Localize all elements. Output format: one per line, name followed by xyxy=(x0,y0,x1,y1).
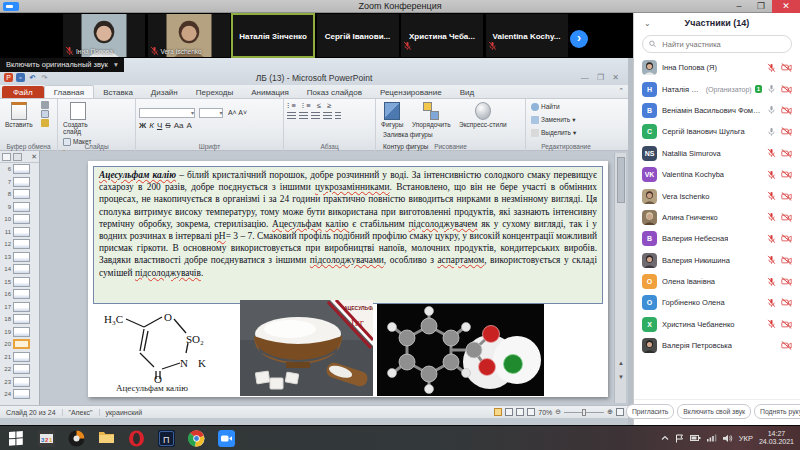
dark-app-icon[interactable]: П xyxy=(158,430,175,447)
slide-thumbnail-21[interactable]: 21 xyxy=(0,351,39,364)
participant-row-8[interactable]: Алина Гниченко xyxy=(634,207,800,228)
video-tile-1[interactable]: Інна Попова xyxy=(62,13,146,58)
search-input[interactable] xyxy=(660,39,785,50)
zoom-icon[interactable] xyxy=(218,430,235,447)
sorter-view-icon[interactable] xyxy=(505,408,513,416)
font-glyph-Ч[interactable]: Ч xyxy=(157,121,162,130)
chemical-structure-image[interactable]: H₃C O SO₂ N K O xyxy=(98,305,238,383)
participant-row-10[interactable]: Валерия Никишина xyxy=(634,250,800,271)
slide-thumbnail-15[interactable]: 15 xyxy=(0,276,39,289)
original-sound-caret-icon[interactable]: ▾ xyxy=(114,58,118,72)
chrome-icon[interactable] xyxy=(188,430,205,447)
font-style-buttons[interactable]: ЖКЧSAaA xyxy=(139,121,280,130)
ribbon-tab-рецензирование[interactable]: Рецензирование xyxy=(371,86,451,98)
font-glyph-S[interactable]: S xyxy=(165,121,170,130)
participant-row-12[interactable]: ОГорбіненко Олена xyxy=(634,292,800,313)
ribbon-tab-показ слайдов[interactable]: Показ слайдов xyxy=(298,86,371,98)
molecule-model-photo[interactable] xyxy=(377,304,544,396)
slides-tab-icon[interactable] xyxy=(2,153,11,161)
zoom-out-icon[interactable]: ⊖ xyxy=(555,408,561,416)
opera-icon[interactable] xyxy=(128,430,145,447)
slide-thumbnail-8[interactable]: 8 xyxy=(0,188,39,201)
participant-row-2[interactable]: ННаталія Зінче...(Организатор)1 xyxy=(634,78,800,99)
list-buttons[interactable]: ⁝≡ ⁝≡ ≤ ≥ xyxy=(287,101,372,110)
slide-thumbnail-7[interactable]: 7 xyxy=(0,176,39,189)
slideshow-view-icon[interactable] xyxy=(527,408,535,416)
participant-row-3[interactable]: ВВеніамін Васильович Фоменко xyxy=(634,100,800,121)
slide-thumbnail-24[interactable]: 24 xyxy=(0,388,39,401)
slide-thumbnail-14[interactable]: 14 xyxy=(0,263,39,276)
ppt-window-controls[interactable]: — ❐ ✕ xyxy=(581,73,622,82)
slide-thumbnail-12[interactable]: 12 xyxy=(0,238,39,251)
maximize-button[interactable]: ❐ xyxy=(752,0,770,13)
participant-row-13[interactable]: ХХристина Чебаненко xyxy=(634,314,800,335)
slide-thumbnail-6[interactable]: 6 xyxy=(0,163,39,176)
slide-scrollbar[interactable]: ▲ ▼ xyxy=(614,153,626,403)
next-page-arrow-button[interactable]: › xyxy=(570,30,588,48)
font-glyph-К[interactable]: К xyxy=(149,121,154,130)
ribbon-tab-вставка[interactable]: Вставка xyxy=(94,86,142,98)
normal-view-icon[interactable] xyxy=(494,408,502,416)
slide-thumbnail-16[interactable]: 16 xyxy=(0,288,39,301)
shape-fill-button[interactable]: Заливка фигуры xyxy=(381,129,425,140)
slide-thumbnail-17[interactable]: 17 xyxy=(0,301,39,314)
outline-tab-icon[interactable] xyxy=(13,153,22,161)
zoom-slider[interactable] xyxy=(564,412,604,413)
participant-row-7[interactable]: Vera Ischenko xyxy=(634,185,800,206)
video-tile-5[interactable]: Христина Чеба... xyxy=(400,13,484,58)
new-slide-button[interactable]: Создать слайд xyxy=(61,101,95,136)
ribbon-tab-файл[interactable]: Файл xyxy=(2,86,44,98)
participant-row-11[interactable]: ООлена Іванівна xyxy=(634,271,800,292)
replace-button[interactable]: Заменить ▾ xyxy=(531,114,576,125)
participant-row-5[interactable]: NSNataliia Simurova xyxy=(634,143,800,164)
cut-icon[interactable] xyxy=(41,101,49,109)
panel-collapse-icon[interactable]: ⌄ xyxy=(644,19,651,28)
slide-textbox[interactable]: Ацесульфам калію – білий кристалічний по… xyxy=(93,166,603,304)
ribbon-tab-вид[interactable]: Вид xyxy=(451,86,483,98)
arrange-button[interactable]: Упорядочить xyxy=(410,101,453,129)
video-tile-2[interactable]: Vera Ischenko xyxy=(147,13,231,58)
video-tile-4[interactable]: Сергій Іванови... xyxy=(316,13,400,58)
align-buttons[interactable] xyxy=(287,112,372,120)
network-icon[interactable] xyxy=(707,434,717,442)
slide-thumbnail-20[interactable]: 20 xyxy=(0,338,39,351)
quick-styles-button[interactable]: Экспресс-стили xyxy=(457,101,509,129)
participant-row-1[interactable]: Інна Попова (Я) xyxy=(634,57,800,78)
ribbon-collapse-icon[interactable]: ⌃ xyxy=(618,87,624,95)
slide-thumbnail-11[interactable]: 11 xyxy=(0,226,39,239)
footer-button-1[interactable]: Пригласить xyxy=(626,404,674,419)
participant-row-6[interactable]: VKValentina Kochyba xyxy=(634,164,800,185)
speaker-icon[interactable] xyxy=(723,434,733,443)
ribbon-tab-дизайн[interactable]: Дизайн xyxy=(142,86,187,98)
copy-icon[interactable] xyxy=(41,110,49,118)
shapes-button[interactable]: Фигуры xyxy=(379,101,405,129)
participant-row-9[interactable]: ВВалерия Небесная xyxy=(634,228,800,249)
font-glyph-Ж[interactable]: Ж xyxy=(139,121,146,130)
find-button[interactable]: Найти xyxy=(531,101,576,112)
font-name-select[interactable]: ▾ xyxy=(139,108,195,118)
footer-button-2[interactable]: Включить свой звук xyxy=(677,404,751,419)
start-button[interactable] xyxy=(8,430,25,447)
panel-close-icon[interactable]: ✕ xyxy=(31,153,37,161)
footer-button-3[interactable]: Поднять руку xyxy=(754,404,800,419)
previous-slide-button[interactable]: ▲ xyxy=(615,357,627,369)
font-glyph-Aa[interactable]: Aa xyxy=(174,121,184,130)
slide-thumbnail-13[interactable]: 13 xyxy=(0,251,39,264)
font-size-select[interactable]: ▾ xyxy=(199,108,223,118)
fit-to-window-icon[interactable] xyxy=(616,408,624,416)
file-manager-icon[interactable] xyxy=(98,430,115,447)
paste-button[interactable]: Вставить xyxy=(3,101,35,129)
clock[interactable]: 14:27 24.03.2021 xyxy=(759,430,794,446)
ribbon-tab-главная[interactable]: Главная xyxy=(44,85,94,98)
participant-search[interactable] xyxy=(642,35,792,53)
reading-view-icon[interactable] xyxy=(516,408,524,416)
slide-thumbnail-18[interactable]: 18 xyxy=(0,313,39,326)
slide-thumbnail-9[interactable]: 9 xyxy=(0,201,39,214)
participant-row-4[interactable]: ССергій Іванович Шульга xyxy=(634,121,800,142)
language-indicator[interactable]: украинский xyxy=(100,409,149,416)
slide-thumbnail-23[interactable]: 23 xyxy=(0,376,39,389)
media-player-classic-icon[interactable]: 321 xyxy=(38,430,55,447)
slide-thumbnail-10[interactable]: 10 xyxy=(0,213,39,226)
battery-icon[interactable] xyxy=(690,434,701,442)
aimp-icon[interactable] xyxy=(68,430,85,447)
